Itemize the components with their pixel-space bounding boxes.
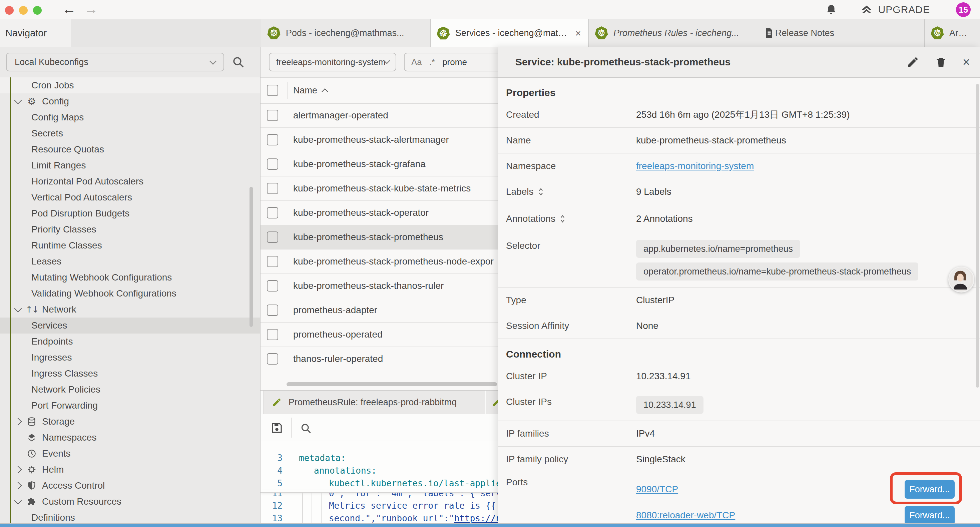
- minimize-window-button[interactable]: [19, 6, 28, 15]
- back-button[interactable]: ←: [62, 0, 76, 19]
- user-avatar[interactable]: [948, 266, 974, 293]
- service-row[interactable]: kube-prometheus-stack-operator: [261, 201, 498, 225]
- name-column-header[interactable]: Name: [293, 85, 327, 96]
- cluster-tab-1[interactable]: ☸Services - icecheng@math...×: [431, 19, 589, 47]
- detail-scrollbar-thumb[interactable]: [976, 84, 979, 388]
- chevron-down-icon[interactable]: [14, 497, 22, 505]
- edit-service-icon[interactable]: [907, 56, 919, 68]
- service-row[interactable]: prometheus-operated: [261, 323, 498, 347]
- namespace-link[interactable]: freeleaps-monitoring-system: [636, 161, 754, 171]
- namespace-selector[interactable]: freeleaps-monitoring-system: [269, 53, 396, 72]
- line-number: 4: [261, 466, 283, 476]
- row-checkbox[interactable]: [267, 183, 278, 194]
- sidebar-item-secrets[interactable]: Secrets: [0, 126, 260, 142]
- service-row[interactable]: prometheus-adapter: [261, 298, 498, 323]
- match-case-toggle[interactable]: Aa: [411, 57, 422, 67]
- chevron-right-icon[interactable]: [14, 418, 22, 426]
- sidebar-item-storage[interactable]: Storage: [0, 414, 260, 430]
- sidebar-item-validating-webhook-configurations[interactable]: Validating Webhook Configurations: [0, 285, 260, 301]
- row-checkbox[interactable]: [267, 231, 278, 243]
- sidebar-item-pod-disruption-budgets[interactable]: Pod Disruption Budgets: [0, 205, 260, 221]
- sidebar-item-network-policies[interactable]: Network Policies: [0, 382, 260, 398]
- row-checkbox[interactable]: [267, 207, 278, 218]
- row-checkbox[interactable]: [267, 110, 278, 121]
- port-link[interactable]: 8080:reloader-web/TCP: [636, 509, 735, 521]
- sidebar-item-network[interactable]: ↑↓Network: [0, 301, 260, 318]
- chevron-right-icon[interactable]: [14, 482, 22, 490]
- save-icon[interactable]: [270, 421, 284, 435]
- service-row[interactable]: kube-prometheus-stack-grafana: [261, 152, 498, 177]
- upgrade-button[interactable]: UPGRADE: [859, 3, 930, 17]
- horizontal-scrollbar-thumb[interactable]: [286, 382, 497, 386]
- service-name: alertmanager-operated: [293, 110, 388, 121]
- close-tab-icon[interactable]: ×: [568, 28, 581, 39]
- delete-service-icon[interactable]: [935, 56, 947, 68]
- sidebar-item-access-control[interactable]: Access Control: [0, 478, 260, 494]
- sidebar-item-config[interactable]: ⚙Config: [0, 93, 260, 110]
- sidebar-item-cron-jobs[interactable]: Cron Jobs: [0, 77, 260, 93]
- forward-button[interactable]: Forward...: [905, 506, 955, 523]
- cluster-tab-0[interactable]: ☸Pods - icecheng@mathmas...: [261, 19, 431, 47]
- forward-button[interactable]: Forward...: [905, 480, 955, 498]
- sidebar-item-endpoints[interactable]: Endpoints: [0, 334, 260, 350]
- close-window-button[interactable]: [5, 6, 14, 15]
- sidebar-item-helm[interactable]: Helm: [0, 462, 260, 478]
- yaml-editor[interactable]: 3metadata:4annotations:5kubectl.kubernet…: [261, 441, 498, 527]
- editor-search-icon[interactable]: [300, 422, 312, 434]
- sidebar-item-events[interactable]: Events: [0, 446, 260, 462]
- service-row[interactable]: kube-prometheus-stack-alertmanager: [261, 128, 498, 152]
- sidebar-item-leases[interactable]: Leases: [0, 253, 260, 269]
- sidebar-item-vertical-pod-autoscalers[interactable]: Vertical Pod Autoscalers: [0, 189, 260, 205]
- row-checkbox[interactable]: [267, 353, 278, 365]
- cluster-tab-2[interactable]: ☸Prometheus Rules - icecheng...: [589, 19, 757, 47]
- regex-toggle[interactable]: .*: [429, 57, 435, 67]
- row-checkbox[interactable]: [267, 329, 278, 340]
- service-row[interactable]: kube-prometheus-stack-prometheus: [261, 225, 498, 250]
- chevron-down-icon[interactable]: [14, 305, 22, 312]
- sidebar-item-services[interactable]: Services: [0, 318, 260, 334]
- row-checkbox[interactable]: [267, 280, 278, 291]
- sort-toggle-icon[interactable]: [560, 214, 565, 226]
- sidebar-item-resource-quotas[interactable]: Resource Quotas: [0, 142, 260, 158]
- sidebar-item-ingress-classes[interactable]: Ingress Classes: [0, 366, 260, 382]
- row-checkbox[interactable]: [267, 158, 278, 170]
- notification-count-badge[interactable]: 15: [956, 2, 970, 17]
- sidebar-item-runtime-classes[interactable]: Runtime Classes: [0, 237, 260, 253]
- cluster-tab-3[interactable]: Release Notes: [757, 19, 924, 47]
- upgrade-label: UPGRADE: [878, 4, 930, 15]
- navigator-search-icon[interactable]: [231, 56, 245, 69]
- sidebar-item-horizontal-pod-autoscalers[interactable]: Horizontal Pod Autoscalers: [0, 174, 260, 189]
- service-row[interactable]: thanos-ruler-operated: [261, 347, 498, 371]
- row-checkbox[interactable]: [267, 256, 278, 267]
- sidebar-item-priority-classes[interactable]: Priority Classes: [0, 221, 260, 237]
- sidebar-item-ingresses[interactable]: Ingresses: [0, 350, 260, 366]
- forward-button[interactable]: →: [84, 0, 98, 19]
- port-link[interactable]: 9090/TCP: [636, 483, 678, 495]
- sidebar-item-config-maps[interactable]: Config Maps: [0, 110, 260, 126]
- sidebar-item-mutating-webhook-configurations[interactable]: Mutating Webhook Configurations: [0, 269, 260, 285]
- kubeconfig-selector[interactable]: Local Kubeconfigs: [6, 53, 224, 72]
- notifications-bell-icon[interactable]: [825, 3, 838, 16]
- service-row[interactable]: alertmanager-operated: [261, 103, 498, 128]
- dock-tab-partial[interactable]: [486, 390, 498, 414]
- services-search-input[interactable]: Aa .* prome: [404, 53, 498, 72]
- select-all-checkbox[interactable]: [267, 85, 278, 96]
- sort-toggle-icon[interactable]: [538, 187, 543, 199]
- sidebar-item-namespaces[interactable]: Namespaces: [0, 430, 260, 446]
- dock-tab-prometheusrule[interactable]: PrometheusRule: freeleaps-prod-rabbitmq: [264, 390, 485, 414]
- row-checkbox[interactable]: [267, 304, 278, 316]
- zoom-window-button[interactable]: [33, 6, 42, 15]
- row-checkbox[interactable]: [267, 134, 278, 145]
- sidebar-item-port-forwarding[interactable]: Port Forwarding: [0, 398, 260, 414]
- service-row[interactable]: kube-prometheus-stack-thanos-ruler: [261, 274, 498, 298]
- service-row[interactable]: kube-prometheus-stack-kube-state-metrics: [261, 177, 498, 201]
- chevron-down-icon[interactable]: [14, 97, 22, 104]
- navigator-scrollbar-thumb[interactable]: [250, 187, 253, 327]
- chevron-right-icon[interactable]: [14, 466, 22, 474]
- service-row[interactable]: kube-prometheus-stack-prometheus-node-ex…: [261, 250, 498, 274]
- sidebar-item-custom-resources[interactable]: Custom Resources: [0, 494, 260, 509]
- sidebar-item-limit-ranges[interactable]: Limit Ranges: [0, 158, 260, 174]
- navigator-panel-tab[interactable]: Navigator: [0, 19, 71, 47]
- cluster-tab-4[interactable]: ☸Argo Se: [924, 19, 980, 47]
- close-detail-icon[interactable]: ×: [963, 56, 970, 68]
